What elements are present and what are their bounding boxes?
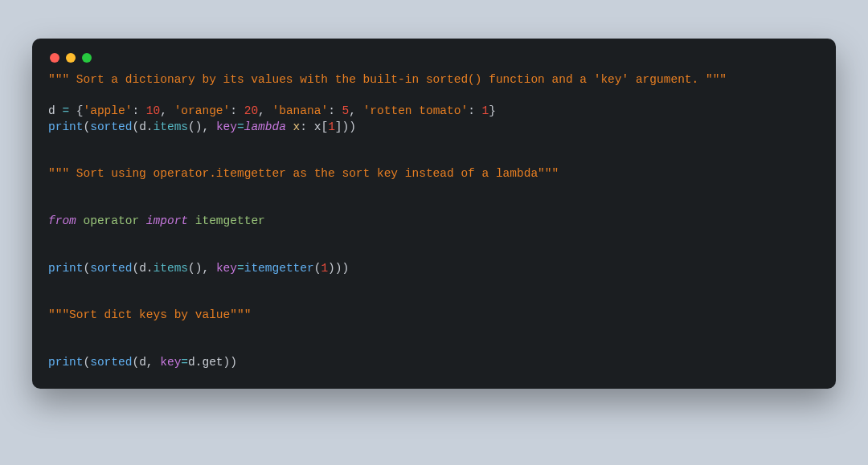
code-line: """ Sort using operator.itemgetter as th… [48, 167, 559, 180]
code-token: { [69, 104, 83, 117]
window-titlebar [48, 50, 820, 72]
code-token: 5 [342, 104, 350, 117]
code-line: from operator import itemgetter [48, 214, 265, 227]
code-token: = [181, 356, 188, 369]
code-token: operator [84, 214, 140, 227]
code-token: key [216, 262, 237, 275]
code-token: 'apple' [84, 104, 133, 117]
code-token: print [48, 120, 84, 133]
code-token: print [48, 356, 84, 369]
code-token: sorted [90, 120, 132, 133]
code-token: itemgetter [195, 214, 265, 227]
code-token: 1 [321, 262, 328, 275]
code-token: = [237, 262, 244, 275]
code-token: """Sort dict keys by value""" [48, 308, 251, 321]
code-token: sorted [90, 356, 132, 369]
code-token: : [230, 104, 244, 117]
code-token: 1 [482, 104, 489, 117]
code-token: (), [188, 262, 216, 275]
code-token: ( [84, 356, 91, 369]
code-token: (d. [132, 262, 153, 275]
code-line: print(sorted(d, key=d.get)) [48, 356, 237, 369]
code-token: key [216, 120, 237, 133]
code-token: , [160, 104, 174, 117]
code-token: """ Sort a dictionary by its values with… [48, 73, 727, 86]
code-token: = [62, 104, 69, 117]
code-token: : [132, 104, 145, 117]
code-token: lambda [244, 120, 286, 133]
code-token: (), [188, 120, 216, 133]
zoom-icon[interactable] [82, 53, 92, 63]
code-token: : [328, 104, 342, 117]
code-block: """ Sort a dictionary by its values with… [48, 72, 820, 371]
code-token: from [48, 214, 76, 227]
code-token: : [468, 104, 481, 117]
code-token: ( [84, 120, 91, 133]
code-token: = [237, 120, 244, 133]
code-token: (d. [132, 120, 153, 133]
code-token: ( [84, 262, 91, 275]
code-line: print(sorted(d.items(), key=itemgetter(1… [48, 262, 349, 275]
code-token: , [349, 104, 362, 117]
code-token: itemgetter [244, 262, 314, 275]
code-token: : x[ [300, 120, 328, 133]
code-line: """ Sort a dictionary by its values with… [48, 73, 727, 86]
code-token: import [146, 214, 188, 227]
code-token: } [489, 104, 496, 117]
close-icon[interactable] [50, 53, 59, 63]
page-background: """ Sort a dictionary by its values with… [0, 0, 868, 465]
code-token: 20 [244, 104, 258, 117]
code-token: 10 [146, 104, 160, 117]
code-line: print(sorted(d.items(), key=lambda x: x[… [48, 120, 356, 133]
code-token [76, 214, 84, 227]
code-token [188, 214, 195, 227]
code-token: d [48, 104, 62, 117]
code-token: d.get)) [188, 356, 237, 369]
code-token: (d, [132, 356, 160, 369]
code-token: ))) [328, 262, 349, 275]
minimize-icon[interactable] [66, 53, 76, 63]
code-token: 1 [328, 120, 335, 133]
code-token: items [154, 262, 189, 275]
code-token: sorted [90, 262, 132, 275]
code-token: items [154, 120, 189, 133]
code-token: 'banana' [272, 104, 329, 117]
code-token [286, 120, 293, 133]
code-line: d = {'apple': 10, 'orange': 20, 'banana'… [48, 104, 496, 117]
code-token: x [293, 120, 301, 133]
code-token: 'orange' [174, 104, 231, 117]
code-window: """ Sort a dictionary by its values with… [32, 39, 836, 389]
code-token: , [258, 104, 272, 117]
code-token: print [48, 262, 84, 275]
code-line: """Sort dict keys by value""" [48, 308, 251, 321]
code-token: """ Sort using operator.itemgetter as th… [48, 167, 559, 180]
code-token [139, 214, 146, 227]
code-token: key [160, 356, 181, 369]
code-token: ])) [335, 120, 356, 133]
code-token: 'rotten tomato' [363, 104, 469, 117]
